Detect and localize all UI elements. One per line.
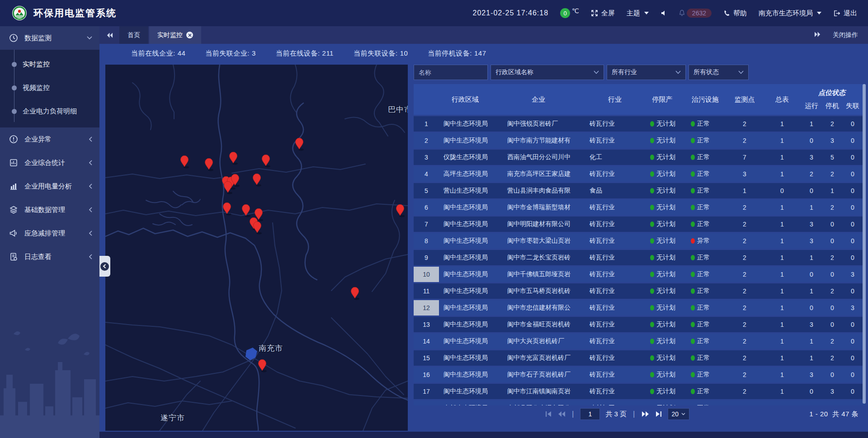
status-dot-green <box>650 288 654 294</box>
status-dot-green <box>691 138 695 143</box>
map-panel[interactable]: 巴中市南充市遂宁市 <box>105 65 408 431</box>
sidebar-item-realtime-monitor[interactable]: 实时监控 <box>0 52 99 76</box>
tabs-scroll-right-button[interactable] <box>814 31 821 39</box>
first-page-button[interactable] <box>545 411 552 417</box>
chevron-down-icon <box>594 71 599 74</box>
status-dot-green <box>650 305 654 311</box>
table-row[interactable]: 11阆中生态环境局阆中市五马桥页岩机砖砖瓦行业无计划正常21120 <box>414 283 866 299</box>
col-limit: 停限产 <box>640 84 684 115</box>
fullscreen-button[interactable]: 全屏 <box>591 9 615 18</box>
status-dot-green <box>650 171 654 177</box>
stats-icon <box>9 158 18 167</box>
table-row[interactable]: 12阆中生态环境局阆中市忠信建材有限公砖瓦行业无计划正常21003 <box>414 300 866 316</box>
page-number-input[interactable] <box>580 408 600 420</box>
table-row[interactable]: 6阆中生态环境局阆中市金博瑞新型墙材砖瓦行业无计划正常21120 <box>414 200 866 215</box>
enterprise-panel: 行政区域名称 所有行业 所有状态 行政区域 企业 行业 <box>414 65 866 423</box>
sidebar-collapse-handle[interactable] <box>99 256 110 277</box>
chevron-down-icon <box>738 71 744 74</box>
name-filter-input[interactable] <box>419 69 483 76</box>
app-logo-icon <box>12 5 27 21</box>
industry-filter-select[interactable]: 所有行业 <box>607 65 686 80</box>
table-row[interactable]: 8阆中生态环境局阆中市枣碧大梁山页岩砖瓦行业无计划异常21300 <box>414 233 866 249</box>
tab-bar: 首页 实时监控 关闭操作 <box>99 26 868 44</box>
sidebar-item-enterprise-stats[interactable]: 企业综合统计 <box>0 151 99 174</box>
status-dot-green <box>691 372 695 377</box>
top-header: 环保用电监管系统 2021-02-25 17:46:18 0 ℃ 全屏 主题 <box>0 0 868 26</box>
status-filter-select[interactable]: 所有状态 <box>689 65 749 80</box>
sidebar-item-base-data[interactable]: 基础数据管理 <box>0 198 99 221</box>
last-page-button[interactable] <box>655 411 662 417</box>
tabs-scroll-left-button[interactable] <box>99 26 119 44</box>
bullet-dot-icon <box>12 62 17 67</box>
table-row[interactable]: 9阆中生态环境局阆中市二龙长宝页岩砖砖瓦行业无计划正常21120 <box>414 250 866 265</box>
sidebar-nav: 数据监测 实时监控 视频监控 企业电力负荷明细 <box>0 26 99 438</box>
sidebar-item-power-load-detail[interactable]: 企业电力负荷明细 <box>0 99 99 123</box>
table-scrollbar[interactable] <box>863 84 866 404</box>
table-row[interactable]: 17阆中生态环境局阆中市江南镇阆南页岩砖瓦行业无计划正常21030 <box>414 384 866 399</box>
table-row[interactable]: 16阆中生态环境局阆中市石子页岩机砖厂砖瓦行业无计划正常21300 <box>414 367 866 382</box>
theme-dropdown[interactable]: 主题 <box>627 9 649 18</box>
table-row[interactable]: 15阆中生态环境局阆中市光富页岩机砖厂砖瓦行业无计划正常21120 <box>414 350 866 366</box>
status-dot-red <box>691 238 695 244</box>
table-row[interactable]: 5营山生态环境局营山县润丰肉食品有限食品无计划正常10010 <box>414 183 866 198</box>
status-dot-green <box>650 138 654 143</box>
record-range-label: 1 - 20 共 47 条 <box>809 410 866 419</box>
gauge-icon <box>9 33 18 42</box>
table-row[interactable]: 1阆中生态环境局阆中强锐页岩砖厂砖瓦行业无计划正常21120 <box>414 116 866 132</box>
table-row[interactable]: 3仪陇生态环境局西南油气田分公司川中化工无计划正常71350 <box>414 150 866 165</box>
table-body: 1阆中生态环境局阆中强锐页岩砖厂砖瓦行业无计划正常211202阆中生态环境局阆中… <box>414 116 866 416</box>
bullet-dot-icon <box>12 109 17 114</box>
notifications[interactable]: 2632 <box>679 9 712 18</box>
tab-close-icon[interactable] <box>186 32 193 38</box>
status-dot-green <box>650 238 654 244</box>
help-button[interactable]: 帮助 <box>723 9 747 18</box>
bell-icon <box>679 9 685 17</box>
enterprise-table: 行政区域 企业 行业 停限产 治污设施 监测点 总表 点位状态 运行 停机 失联 <box>414 84 866 416</box>
table-row[interactable]: 7阆中生态环境局阆中明阳建材有限公司砖瓦行业无计划正常21300 <box>414 217 866 232</box>
logout-button[interactable]: 退出 <box>833 9 857 18</box>
table-row[interactable]: 2阆中生态环境局阆中市南方节能建材有砖瓦行业无计划正常21030 <box>414 133 866 148</box>
chevron-down-icon <box>675 71 681 74</box>
next-page-button[interactable] <box>642 411 650 417</box>
status-dot-green <box>691 205 695 210</box>
table-row[interactable]: 13阆中生态环境局阆中市金福旺页岩机砖砖瓦行业无计划正常21300 <box>414 317 866 332</box>
sidebar-item-data-monitor[interactable]: 数据监测 <box>0 26 99 50</box>
bullet-dot-icon <box>12 85 17 90</box>
status-dot-green <box>691 221 695 227</box>
app-title: 环保用电监管系统 <box>33 7 117 19</box>
status-dot-green <box>650 322 654 327</box>
table-row[interactable]: 14阆中生态环境局阆中大兴页岩机砖厂砖瓦行业无计划正常21120 <box>414 334 866 349</box>
tab-realtime-monitor[interactable]: 实时监控 <box>149 26 201 44</box>
map-city-label: 遂宁市 <box>160 414 185 422</box>
org-dropdown[interactable]: 南充市生态环境局 <box>759 9 821 18</box>
tab-home[interactable]: 首页 <box>119 26 148 44</box>
sidebar-item-log-view[interactable]: 日志查看 <box>0 245 99 268</box>
pagination-bar: | 共 3 页 | 20 <box>414 405 866 423</box>
page-size-select[interactable]: 20 <box>668 408 690 420</box>
stat-item-2: 当前在线设备:211 <box>276 49 334 58</box>
status-dot-green <box>650 121 654 127</box>
col-industry: 行业 <box>586 84 640 115</box>
sidebar-item-power-analysis[interactable]: 企业用电量分析 <box>0 174 99 198</box>
region-filter-select[interactable]: 行政区域名称 <box>491 65 604 80</box>
chevron-left-icon <box>89 254 92 259</box>
sidebar-item-emergency-reduction[interactable]: 应急减排管理 <box>0 221 99 245</box>
phone-icon <box>723 10 730 17</box>
caret-down-icon <box>817 12 821 14</box>
sound-button[interactable] <box>660 10 667 16</box>
table-row[interactable]: 4高坪生态环境局南充市高坪区王家店建砖瓦行业无计划正常31220 <box>414 166 866 182</box>
chevron-left-icon <box>89 207 92 212</box>
last-page-icon <box>655 411 662 417</box>
temperature: 0 ℃ <box>560 8 579 18</box>
caret-down-icon <box>644 12 649 14</box>
sidebar-item-video-monitor[interactable]: 视频监控 <box>0 76 99 99</box>
status-dot-green <box>691 121 695 127</box>
close-operations-menu[interactable]: 关闭操作 <box>833 31 858 39</box>
status-dot-green <box>691 188 695 193</box>
table-row[interactable]: 10阆中生态环境局阆中千佛镇五郎垭页岩砖瓦行业无计划正常21003 <box>414 267 866 282</box>
megaphone-icon <box>9 229 18 238</box>
status-dot-green <box>650 205 654 210</box>
datetime: 2021-02-25 17:46:18 <box>473 9 549 17</box>
sidebar-item-enterprise-abnormal[interactable]: 企业异常 <box>0 127 99 151</box>
prev-page-button[interactable] <box>557 411 566 417</box>
